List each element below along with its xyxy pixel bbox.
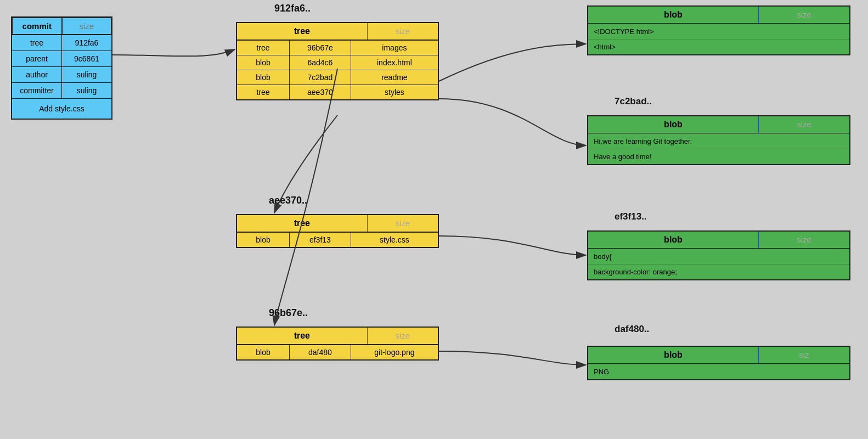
- img-tree-size: size: [368, 328, 438, 344]
- blob-readme-line0: Hi,we are learning Git together.: [588, 133, 849, 149]
- blob-style-line1: background-color: orange;: [588, 264, 849, 279]
- aee-tree-label: aee370..: [269, 195, 307, 206]
- blob-index-line0: <!DOCTYPE html>: [588, 24, 849, 39]
- mt-r3-h: aee370: [290, 85, 351, 99]
- at-r0-t: blob: [237, 233, 290, 247]
- mt-r2-n: readme: [351, 70, 438, 85]
- mt-r2-h: 7c2bad: [290, 70, 351, 85]
- at-r0-n: style.css: [351, 233, 438, 247]
- blob-readme-label: 7c2bad..: [615, 96, 652, 107]
- blob-readme-line1: Have a good time!: [588, 149, 849, 164]
- img-tree-box: tree size blobdaf480git-logo.png: [236, 327, 439, 361]
- mt-r0-t: tree: [237, 41, 290, 55]
- commit-row-parent-val: 9c6861: [62, 51, 111, 66]
- blob-img-title: blob: [588, 347, 759, 363]
- commit-row-author-val: suling: [62, 67, 111, 82]
- blob-style-title: blob: [588, 232, 759, 248]
- it-r0-h: daf480: [290, 345, 351, 359]
- blob-style-size: size: [759, 232, 849, 248]
- blob-readme-box: blob size Hi,we are learning Git togethe…: [587, 115, 850, 165]
- blob-style-box: blob size body{ background-color: orange…: [587, 230, 850, 280]
- commit-box: commit size tree912fa6 parent9c6861 auth…: [11, 16, 112, 120]
- main-tree-title: tree: [237, 23, 368, 40]
- img-tree-title: tree: [237, 328, 368, 344]
- mt-r0-h: 96b67e: [290, 41, 351, 55]
- at-r0-h: ef3f13: [290, 233, 351, 247]
- aee-tree-title: tree: [237, 215, 368, 232]
- main-tree-label: 912fa6..: [274, 3, 311, 14]
- commit-row-tree-val: 912fa6: [62, 35, 111, 50]
- mt-r3-n: styles: [351, 85, 438, 99]
- commit-message: Add style.css: [12, 98, 111, 119]
- blob-img-box: blob siz PNG: [587, 346, 850, 380]
- mt-r1-t: blob: [237, 55, 290, 70]
- blob-index-title: blob: [588, 7, 759, 23]
- it-r0-t: blob: [237, 345, 290, 359]
- main-tree-size: size: [368, 23, 438, 40]
- aee-tree-size: size: [368, 215, 438, 232]
- img-tree-label: 96b67e..: [269, 307, 308, 319]
- commit-row-tree-key: tree: [12, 35, 62, 50]
- blob-img-label: daf480..: [615, 324, 649, 335]
- blob-index-size: size: [759, 7, 849, 23]
- mt-r1-h: 6ad4c6: [290, 55, 351, 70]
- mt-r1-n: index.html: [351, 55, 438, 70]
- blob-img-size: siz: [759, 347, 849, 363]
- blob-readme-size: size: [759, 116, 849, 133]
- mt-r3-t: tree: [237, 85, 290, 99]
- blob-style-label: ef3f13..: [615, 211, 647, 222]
- commit-size-label: size: [62, 18, 112, 35]
- commit-row-parent-key: parent: [12, 51, 62, 66]
- commit-row-committer-val: suling: [62, 83, 111, 98]
- blob-readme-title: blob: [588, 116, 759, 133]
- commit-title: commit: [12, 18, 62, 35]
- commit-row-committer-key: committer: [12, 83, 62, 98]
- blob-img-line0: PNG: [588, 364, 849, 379]
- mt-r2-t: blob: [237, 70, 290, 85]
- blob-index-box: blob size <!DOCTYPE html> <html>: [587, 5, 850, 55]
- commit-row-author-key: author: [12, 67, 62, 82]
- main-tree-box: tree size tree96b67eimages blob6ad4c6ind…: [236, 22, 439, 100]
- mt-r0-n: images: [351, 41, 438, 55]
- it-r0-n: git-logo.png: [351, 345, 438, 359]
- blob-style-line0: body{: [588, 249, 849, 264]
- blob-index-line1: <html>: [588, 39, 849, 54]
- aee-tree-box: tree size blobef3f13style.css: [236, 214, 439, 248]
